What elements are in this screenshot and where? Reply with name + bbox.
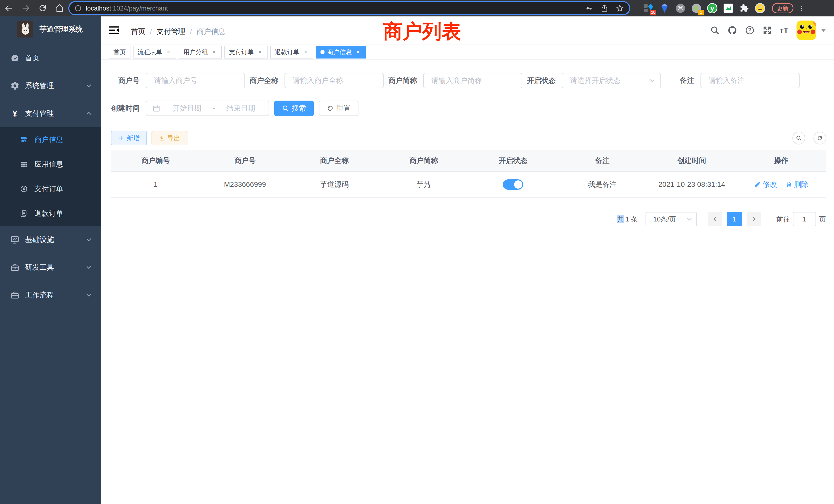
tab-process-form[interactable]: 流程表单✕ — [133, 46, 176, 59]
tab-refund-order[interactable]: 退款订单✕ — [270, 46, 313, 59]
forward-icon[interactable] — [21, 4, 30, 13]
extension-emoji-icon[interactable] — [754, 3, 766, 14]
monitor-icon — [10, 235, 20, 244]
reload-icon[interactable] — [38, 4, 47, 13]
sidebar-item-system[interactable]: 系统管理 — [0, 72, 101, 99]
toolbar: 新增 导出 — [111, 131, 826, 145]
status-select[interactable]: 请选择开启状态 — [562, 73, 661, 88]
tab-user-group[interactable]: 用户分组✕ — [179, 46, 222, 59]
user-avatar[interactable] — [796, 21, 816, 40]
date-range-picker[interactable]: 开始日期 - 结束日期 — [146, 100, 269, 116]
header-search-icon[interactable] — [710, 25, 720, 35]
sidebar-collapse-icon[interactable] — [109, 26, 119, 35]
merchant-fullname-input[interactable] — [285, 73, 383, 88]
sidebar-item-label: 工作流程 — [25, 290, 54, 300]
export-button[interactable]: 导出 — [152, 131, 188, 145]
close-icon[interactable]: ✕ — [355, 49, 361, 55]
tab-merchant-info[interactable]: 商户信息✕ — [316, 46, 366, 59]
delete-link[interactable]: 删除 — [785, 180, 808, 189]
extension-badge: 10 — [650, 10, 656, 16]
fullscreen-icon[interactable] — [762, 25, 772, 35]
sidebar-item-payment[interactable]: ¥ 支付管理 — [0, 99, 101, 127]
filter-label: 商户号 — [111, 76, 146, 86]
merchant-shortname-input[interactable] — [423, 73, 522, 88]
filter-label: 创建时间 — [111, 104, 146, 113]
back-icon[interactable] — [4, 4, 13, 13]
refresh-icon — [327, 105, 334, 112]
share-icon[interactable] — [600, 4, 609, 12]
info-icon[interactable] — [74, 5, 82, 12]
chevron-down-icon — [687, 216, 692, 222]
sidebar-item-workflow[interactable]: 工作流程 — [0, 281, 101, 309]
cell-merchant-no: M233666999 — [200, 172, 290, 197]
close-icon[interactable]: ✕ — [211, 49, 217, 55]
extension-tampermonkey-icon[interactable]: 10 — [643, 3, 654, 14]
caret-down-icon[interactable] — [821, 29, 826, 32]
sidebar-item-home[interactable]: 首页 — [0, 44, 101, 72]
extension-green-doc-icon[interactable] — [723, 3, 734, 14]
cell-create-time: 2021-10-23 08:31:14 — [647, 172, 737, 197]
toolbox-icon — [10, 263, 20, 272]
sidebar-item-refund-order[interactable]: 退款订单 — [0, 201, 101, 226]
browser-menu-icon[interactable]: ⋮ — [798, 4, 805, 13]
sidebar-logo[interactable]: 芋道管理系统 — [0, 17, 101, 42]
chevron-down-icon — [86, 264, 92, 271]
filter-label: 商户全称 — [249, 76, 285, 86]
password-key-icon[interactable] — [585, 4, 593, 12]
sidebar-item-merchant-info[interactable]: 商户信息 — [0, 127, 101, 152]
extension-command-icon[interactable]: ⌘ — [675, 3, 686, 14]
update-button[interactable]: 更新 — [772, 3, 793, 13]
sidebar-item-pay-order[interactable]: 支付订单 — [0, 177, 101, 201]
sidebar-item-app-info[interactable]: 应用信息 — [0, 152, 101, 177]
tab-pay-order[interactable]: 支付订单✕ — [224, 46, 267, 59]
status-toggle[interactable] — [503, 179, 523, 190]
page-size-select[interactable]: 10条/页 — [645, 212, 697, 226]
font-size-icon[interactable]: тT — [780, 26, 788, 35]
extensions-puzzle-icon[interactable] — [739, 3, 750, 14]
sidebar-submenu: 商户信息 应用信息 支付订单 退款订单 — [0, 127, 101, 226]
sidebar-item-label: 研发工具 — [25, 262, 54, 272]
search-button[interactable]: 搜索 — [274, 100, 314, 116]
refresh-table-button[interactable] — [813, 132, 826, 144]
close-icon[interactable]: ✕ — [166, 49, 172, 55]
extension-y-icon[interactable]: y — [707, 3, 718, 14]
reset-button[interactable]: 重置 — [319, 100, 358, 116]
help-icon[interactable] — [745, 25, 755, 35]
home-icon[interactable] — [55, 4, 64, 13]
document-icon — [20, 210, 28, 217]
extension-gray-circle-icon[interactable]: 1 — [691, 3, 702, 14]
cell-id: 1 — [111, 172, 200, 197]
bookmark-star-icon[interactable] — [616, 4, 624, 12]
breadcrumb-home[interactable]: 首页 — [131, 27, 145, 37]
edit-link[interactable]: 修改 — [754, 180, 777, 189]
sidebar-item-label: 首页 — [25, 53, 40, 63]
chevron-down-icon — [649, 77, 655, 84]
chevron-down-icon — [86, 292, 92, 298]
prev-page-button[interactable] — [708, 212, 722, 226]
main-content: 商户号 商户全称 商户简称 开启状态 请选择开启状态 备注 — [101, 60, 834, 504]
filter-row-1: 商户号 商户全称 商户简称 开启状态 请选择开启状态 备注 — [111, 73, 826, 88]
cell-remark: 我是备注 — [558, 172, 647, 197]
close-icon[interactable]: ✕ — [303, 49, 309, 55]
close-icon[interactable]: ✕ — [257, 49, 263, 55]
page-number-1[interactable]: 1 — [727, 212, 742, 226]
filter-label: 开启状态 — [527, 76, 562, 86]
url-host: localhost — [86, 5, 111, 12]
add-button[interactable]: 新增 — [111, 131, 147, 145]
edit-icon — [754, 181, 761, 188]
breadcrumb-payment[interactable]: 支付管理 — [157, 27, 185, 37]
sidebar-item-infrastructure[interactable]: 基础设施 — [0, 226, 101, 254]
address-bar[interactable]: localhost:1024/pay/merchant — [69, 2, 629, 14]
dashboard-icon — [10, 53, 20, 63]
show-search-toggle-button[interactable] — [792, 132, 805, 144]
merchant-no-input[interactable] — [146, 73, 245, 88]
plus-icon — [118, 135, 124, 141]
goto-page-input[interactable] — [793, 212, 816, 226]
tab-home[interactable]: 首页 — [109, 46, 130, 59]
github-icon[interactable] — [727, 25, 737, 35]
extension-gem-icon[interactable] — [659, 3, 670, 14]
next-page-button[interactable] — [747, 212, 761, 226]
remark-input[interactable] — [701, 73, 799, 88]
sidebar-item-dev-tools[interactable]: 研发工具 — [0, 254, 101, 281]
cell-full-name: 芋道源码 — [290, 172, 379, 197]
